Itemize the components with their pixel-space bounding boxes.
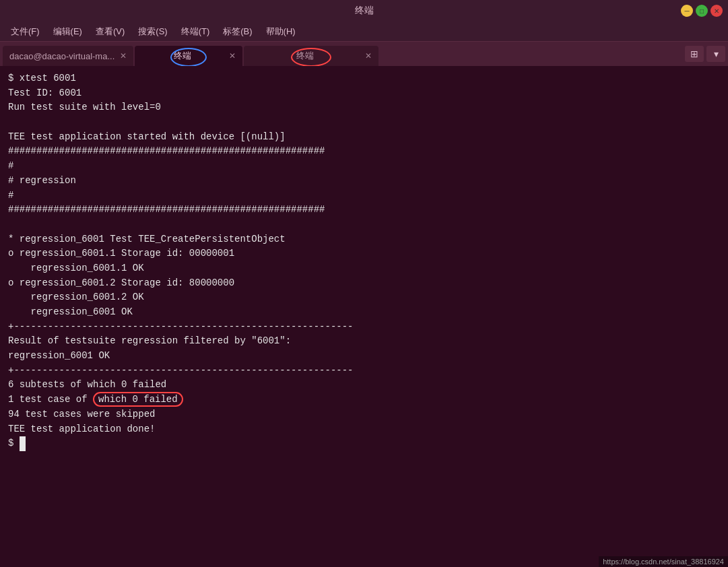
terminal-line-25: TEE test application done! bbox=[8, 422, 720, 437]
terminal-line-4 bbox=[8, 115, 720, 130]
terminal-line-6: ########################################… bbox=[8, 144, 720, 159]
terminal-line-23: 1 test case of which 0 failed bbox=[8, 393, 183, 407]
menu-terminal[interactable]: 终端(T) bbox=[176, 23, 216, 40]
tab-bar: dacao@dacao-virtual-ma... ✕ 终端 ✕ 终端 ✕ ⊞ … bbox=[0, 42, 728, 66]
terminal-line-17: regression_6001 OK bbox=[8, 305, 720, 320]
title-bar: 终端 ─ □ ✕ bbox=[0, 0, 728, 22]
window-title: 终端 bbox=[355, 5, 374, 17]
tab-bar-actions: ⊞ ▾ bbox=[685, 46, 725, 62]
terminal-line-15: o regression_6001.2 Storage id: 80000000 bbox=[8, 276, 720, 291]
terminal-line-16: regression_6001.2 OK bbox=[8, 290, 720, 305]
terminal-line-10: ########################################… bbox=[8, 203, 720, 218]
close-button[interactable]: ✕ bbox=[710, 5, 723, 17]
highlight-circle: which 0 failed bbox=[93, 392, 183, 407]
menu-view[interactable]: 查看(V) bbox=[90, 23, 130, 40]
terminal-line-8: # regression bbox=[8, 174, 720, 189]
terminal-line-3: Run test suite with level=0 bbox=[8, 100, 720, 115]
terminal-line-13: o regression_6001.1 Storage id: 00000001 bbox=[8, 246, 720, 261]
menu-tabs[interactable]: 标签(B) bbox=[218, 23, 257, 40]
tab-2[interactable]: 终端 ✕ bbox=[135, 46, 242, 66]
terminal-line-12: * regression_6001 Test TEE_CreatePersist… bbox=[8, 232, 720, 247]
status-url: https://blog.csdn.net/sinat_38816924 bbox=[603, 558, 724, 566]
status-bar: https://blog.csdn.net/sinat_38816924 bbox=[599, 556, 728, 567]
menu-search[interactable]: 搜索(S) bbox=[133, 23, 172, 40]
tab-3[interactable]: 终端 ✕ bbox=[244, 46, 378, 66]
tab-3-close[interactable]: ✕ bbox=[365, 51, 372, 61]
terminal-line-5: TEE test application started with device… bbox=[8, 130, 720, 145]
new-tab-button[interactable]: ⊞ bbox=[685, 46, 704, 62]
menu-file[interactable]: 文件(F) bbox=[5, 23, 45, 40]
tab-list-button[interactable]: ▾ bbox=[706, 46, 725, 62]
tab-1-close[interactable]: ✕ bbox=[120, 51, 127, 61]
terminal-line-1: $ xtest 6001 bbox=[8, 71, 720, 86]
terminal-line-7: # bbox=[8, 159, 720, 174]
terminal-line-24: 94 test cases were skipped bbox=[8, 407, 720, 422]
terminal-line-9: # bbox=[8, 189, 720, 203]
tab-2-close[interactable]: ✕ bbox=[229, 51, 236, 61]
tab-1[interactable]: dacao@dacao-virtual-ma... ✕ bbox=[3, 46, 133, 66]
terminal-line-19: Result of testsuite regression filtered … bbox=[8, 334, 720, 349]
tab-3-label: 终端 bbox=[251, 50, 360, 62]
menu-edit[interactable]: 编辑(E) bbox=[48, 23, 88, 40]
terminal-line-11 bbox=[8, 218, 720, 232]
terminal-line-14: regression_6001.1 OK bbox=[8, 261, 720, 276]
tab-1-label: dacao@dacao-virtual-ma... bbox=[9, 51, 114, 61]
minimize-button[interactable]: ─ bbox=[681, 5, 693, 17]
terminal-line-20: regression_6001 OK bbox=[8, 349, 720, 364]
terminal-line-2: Test ID: 6001 bbox=[8, 86, 720, 101]
terminal-line-18: +---------------------------------------… bbox=[8, 320, 720, 335]
menu-bar: 文件(F) 编辑(E) 查看(V) 搜索(S) 终端(T) 标签(B) 帮助(H… bbox=[0, 22, 728, 42]
window-controls: ─ □ ✕ bbox=[681, 5, 723, 17]
tab-2-label: 终端 bbox=[141, 50, 224, 62]
terminal-line-21: +---------------------------------------… bbox=[8, 364, 720, 378]
menu-help[interactable]: 帮助(H) bbox=[261, 23, 301, 40]
terminal-line-22: 6 subtests of which 0 failed bbox=[8, 378, 720, 393]
terminal-content[interactable]: $ xtest 6001 Test ID: 6001 Run test suit… bbox=[0, 66, 728, 567]
maximize-button[interactable]: □ bbox=[696, 5, 708, 17]
terminal-line-26: $ bbox=[8, 436, 720, 451]
terminal-cursor bbox=[20, 436, 26, 451]
